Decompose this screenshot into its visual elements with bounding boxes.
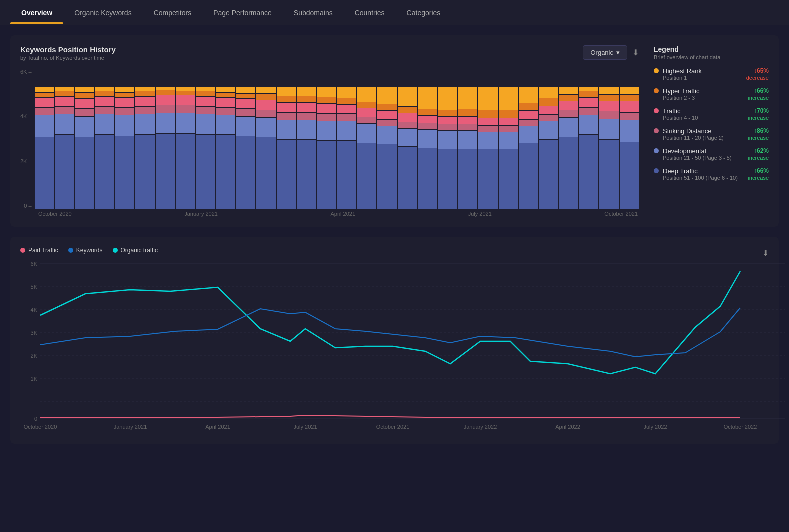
bar-group [176, 69, 195, 209]
bar-segment-traffic [458, 117, 477, 124]
svg-text:October 2022: October 2022 [724, 424, 757, 430]
bar-segment-highest [55, 87, 74, 91]
bar-segment-hyper [277, 96, 296, 102]
nav-item-organic-keywords[interactable]: Organic Keywords [63, 2, 142, 24]
keywords-line [40, 308, 740, 357]
bar-segment-striking [357, 117, 376, 123]
bar-segment-striking [438, 124, 457, 130]
nav-item-subdomains[interactable]: Subdomains [283, 2, 344, 24]
bar-segment-traffic [75, 99, 94, 108]
legend-name: Hyper Traffic [663, 87, 699, 95]
bar-segment-striking [35, 108, 54, 115]
bar-segment-dev [75, 117, 94, 137]
bar-segment-traffic [297, 103, 316, 112]
bar-segment-dev [599, 119, 618, 139]
bar-segment-dev [135, 114, 154, 134]
legend-text: Highest Rank Position 1 [663, 67, 702, 81]
bar-segment-deep [458, 149, 477, 209]
bar-segment-highest [236, 87, 255, 93]
bar-segment-traffic [438, 117, 457, 124]
bar-segment-highest [156, 87, 175, 90]
bar-segment-hyper [196, 91, 215, 96]
legend-item-striking-distance: Striking Distance Position 11 - 20 (Page… [654, 127, 769, 141]
bar-segment-highest [176, 87, 195, 91]
bar-segment-deep [196, 135, 215, 209]
bar-segment-hyper [236, 94, 255, 99]
bar-segment-highest [317, 87, 336, 97]
bar-segment-deep [519, 143, 538, 209]
top-navigation: Overview Organic Keywords Competitors Pa… [0, 0, 789, 25]
bar-group [236, 69, 255, 209]
bar-segment-highest [196, 87, 215, 91]
bar-segment-hyper [418, 109, 437, 115]
line-chart-download-icon[interactable]: ⬇ [762, 248, 769, 258]
bar-segment-striking [115, 108, 134, 115]
legend-change: ↑66%increase [748, 167, 769, 181]
bar-chart-legend: Legend Brief overview of chart data High… [639, 45, 769, 217]
bar-x-oct2020: October 2020 [38, 211, 72, 217]
bar-segment-striking [620, 113, 639, 120]
bar-segment-deep [499, 149, 518, 209]
bar-segment-deep [579, 135, 598, 209]
legend-name: Traffic [663, 107, 698, 115]
bar-segment-deep [277, 140, 296, 209]
y-label-2k: 2K – [20, 158, 32, 164]
legend-name: Deep Traffic [663, 167, 738, 175]
svg-text:6K: 6K [31, 261, 38, 267]
bar-segment-traffic [559, 101, 578, 110]
bar-segment-dev [377, 126, 396, 144]
bar-segment-traffic [357, 108, 376, 117]
bar-segment-traffic [418, 116, 437, 123]
bar-segment-highest [620, 87, 639, 94]
nav-item-countries[interactable]: Countries [344, 2, 396, 24]
bar-segment-striking [196, 107, 215, 114]
bar-segment-deep [95, 135, 114, 209]
bar-segment-traffic [115, 98, 134, 107]
bar-group [196, 69, 215, 209]
bar-segment-dev [337, 121, 356, 140]
bar-segment-deep [357, 143, 376, 209]
bar-segment-highest [458, 87, 477, 109]
legend-name: Highest Rank [663, 67, 702, 75]
bar-group [216, 69, 235, 209]
bar-segment-traffic [156, 95, 175, 105]
svg-text:October 2020: October 2020 [24, 424, 57, 430]
bar-group [559, 69, 578, 209]
legend-change: ↑70%increase [748, 107, 769, 121]
bar-segment-striking [377, 120, 396, 126]
bar-segment-dev [398, 129, 417, 147]
bar-segment-dev [95, 114, 114, 134]
bar-segment-highest [499, 87, 518, 110]
keywords-dot [68, 248, 73, 253]
bar-segment-hyper [438, 110, 457, 116]
bar-segment-traffic [499, 118, 518, 125]
bar-segment-dev [35, 115, 54, 137]
bar-group [337, 69, 356, 209]
legend-title: Legend [654, 45, 769, 53]
bar-segment-striking [216, 108, 235, 115]
download-icon[interactable]: ⬇ [632, 48, 639, 57]
bar-segment-hyper [357, 102, 376, 108]
bar-segment-highest [579, 87, 598, 91]
legend-dot [654, 88, 659, 93]
nav-item-page-performance[interactable]: Page Performance [202, 2, 283, 24]
bar-segment-deep [337, 141, 356, 209]
paid-traffic-label: Paid Traffic [28, 247, 58, 254]
nav-item-overview[interactable]: Overview [10, 2, 63, 24]
bar-segment-dev [438, 131, 457, 149]
svg-text:3K: 3K [31, 330, 38, 336]
bar-group [458, 69, 477, 209]
nav-item-categories[interactable]: Categories [396, 2, 452, 24]
legend-text: Traffic Position 4 - 10 [663, 107, 698, 121]
nav-item-competitors[interactable]: Competitors [143, 2, 202, 24]
bar-group [579, 69, 598, 209]
legend-name: Striking Distance [663, 127, 724, 135]
organic-dropdown[interactable]: Organic ▾ [583, 45, 627, 60]
bar-chart-subtitle: by Total no. of Keywords over time [20, 55, 116, 61]
bar-segment-highest [115, 87, 134, 92]
bar-segment-deep [478, 149, 497, 209]
bar-segment-deep [418, 148, 437, 209]
bar-segment-deep [620, 142, 639, 209]
paid-traffic-line [40, 415, 740, 418]
bar-segment-hyper [95, 91, 114, 96]
